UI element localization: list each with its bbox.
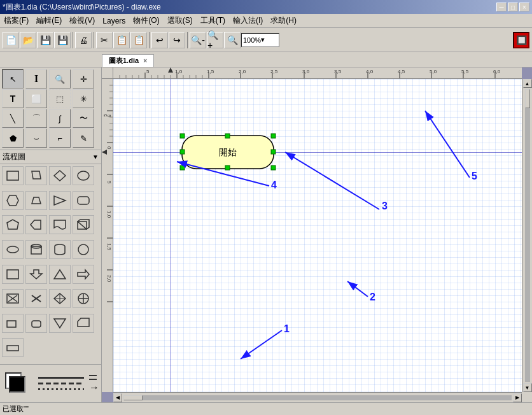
- svg-marker-33: [54, 319, 66, 328]
- line-end-double[interactable]: →: [89, 383, 99, 393]
- scroll-left-button[interactable]: ◀: [113, 393, 122, 402]
- scroll-track-h[interactable]: [123, 395, 512, 400]
- tab-diagram[interactable]: 圖表1.dia ×: [102, 54, 154, 67]
- scroll-down-button[interactable]: ▼: [523, 383, 532, 392]
- tb-zoom-fit[interactable]: 🔍: [224, 32, 241, 48]
- tb-print[interactable]: 🖨: [75, 32, 92, 48]
- tb-cut[interactable]: ✂: [96, 32, 113, 48]
- line-style-dashed[interactable]: [38, 383, 84, 384]
- tb-copy[interactable]: 📋: [113, 32, 130, 48]
- shape-chevron-l[interactable]: [25, 215, 47, 234]
- tb-undo[interactable]: ↩: [151, 32, 168, 48]
- tool-curve[interactable]: ⌣: [25, 129, 47, 148]
- svg-rect-0: [7, 171, 18, 180]
- shape-pentagon[interactable]: [2, 215, 24, 234]
- shape-xmark[interactable]: [25, 289, 47, 308]
- line-color[interactable]: [9, 376, 25, 393]
- tool-corner[interactable]: ⌐: [49, 129, 71, 148]
- shape-triangle-r[interactable]: [49, 191, 71, 210]
- shape-circle-plus[interactable]: [73, 289, 94, 308]
- shape-box-3d[interactable]: [73, 215, 94, 234]
- shape-xsquare[interactable]: [2, 289, 24, 308]
- line-end-none[interactable]: [89, 375, 97, 376]
- svg-text:1,0: 1,0: [175, 69, 183, 74]
- tb-redo[interactable]: ↪: [169, 32, 185, 48]
- line-style-solid[interactable]: [38, 377, 84, 379]
- tool-text-cursor[interactable]: I: [25, 69, 47, 88]
- shape-trapezoid[interactable]: [25, 191, 47, 210]
- shape-down-arrow[interactable]: [25, 265, 47, 284]
- line-end-arrow[interactable]: [89, 379, 97, 380]
- tool-star[interactable]: ✳: [73, 89, 94, 108]
- shape-hexagon[interactable]: [2, 191, 24, 210]
- scrollbar-horizontal[interactable]: ◀ ▶: [113, 392, 522, 402]
- shape-tab[interactable]: [73, 314, 94, 333]
- tool-zoom[interactable]: 🔍: [49, 69, 71, 88]
- tool-dashed-rect[interactable]: ⬚: [49, 89, 71, 108]
- menu-item-2[interactable]: 檢視(V): [66, 14, 99, 27]
- tool-bezier[interactable]: ∫: [49, 109, 71, 128]
- shape-cylinder[interactable]: [25, 240, 47, 259]
- maximize-button[interactable]: □: [508, 3, 518, 11]
- shape-diamond-arrows[interactable]: [49, 289, 71, 308]
- shape-can[interactable]: [49, 240, 71, 259]
- shape-rect[interactable]: [2, 166, 24, 185]
- canvas[interactable]: 開始 1 2 3: [113, 79, 522, 392]
- shape-down-tri[interactable]: [49, 314, 71, 333]
- tool-edit-path[interactable]: ✎: [73, 129, 94, 148]
- shape-rounded-rect[interactable]: [73, 191, 94, 210]
- menu-item-3[interactable]: Layers: [99, 15, 129, 27]
- tb-paste[interactable]: 📋: [130, 32, 147, 48]
- shape-container[interactable]: 開始: [177, 133, 279, 171]
- scroll-track-v[interactable]: [525, 89, 530, 382]
- scrollbar-corner: [522, 392, 532, 402]
- shape-circle[interactable]: [73, 240, 94, 259]
- tb-save[interactable]: 💾: [37, 32, 53, 48]
- tb-zoom-in[interactable]: 🔍+: [207, 32, 223, 48]
- tool-freehand[interactable]: 〜: [73, 109, 94, 128]
- shape-extra[interactable]: [2, 338, 24, 357]
- close-button[interactable]: ×: [519, 3, 529, 11]
- tb-new[interactable]: 📄: [3, 32, 19, 48]
- menu-item-6[interactable]: 工具(T): [197, 14, 229, 27]
- tab-close-icon[interactable]: ×: [143, 57, 147, 64]
- tool-text[interactable]: T: [2, 89, 24, 108]
- tb-extra[interactable]: 🔲: [513, 32, 529, 48]
- shape-ellipse[interactable]: [73, 166, 94, 185]
- menu-item-1[interactable]: 編輯(E): [32, 14, 66, 27]
- svg-text:6,0: 6,0: [493, 69, 501, 74]
- shape-triangle-up[interactable]: [49, 265, 71, 284]
- menu-item-0[interactable]: 檔案(F): [0, 14, 32, 27]
- shape-small-rect[interactable]: [2, 314, 24, 333]
- tb-zoom-out[interactable]: 🔍-: [190, 32, 206, 48]
- tool-arc[interactable]: ⌒: [25, 109, 47, 128]
- menu-item-7[interactable]: 輸入法(I): [229, 14, 267, 27]
- tool-line[interactable]: ╲: [2, 109, 24, 128]
- zoom-combo[interactable]: 100%▾: [241, 33, 279, 47]
- tb-saveas[interactable]: 💾: [54, 32, 71, 48]
- shape-rect2[interactable]: [2, 265, 24, 284]
- shape-category-arrow[interactable]: ▼: [92, 153, 99, 160]
- tb-open[interactable]: 📂: [20, 32, 36, 48]
- scrollbar-vertical[interactable]: ▲ ▼: [522, 79, 532, 392]
- line-style-dotted[interactable]: [38, 388, 84, 390]
- shape-diamond[interactable]: [49, 166, 71, 185]
- shape-rounded-small[interactable]: [25, 314, 47, 333]
- menu-item-5[interactable]: 選取(S): [164, 14, 197, 27]
- scroll-up-button[interactable]: ▲: [523, 79, 532, 88]
- shape-doc[interactable]: [49, 215, 71, 234]
- scroll-thumb-h[interactable]: [123, 395, 143, 400]
- tool-rect[interactable]: ⬜: [25, 89, 47, 108]
- shape-category[interactable]: 流程圖 ▼: [0, 150, 101, 164]
- tool-pointer[interactable]: ↖: [2, 69, 24, 88]
- shape-oval[interactable]: [2, 240, 24, 259]
- tool-move[interactable]: ✛: [73, 69, 94, 88]
- tool-poly[interactable]: ⬟: [2, 129, 24, 148]
- shape-arrow-right[interactable]: [73, 265, 94, 284]
- menu-item-4[interactable]: 物件(O): [129, 14, 163, 27]
- menu-item-8[interactable]: 求助(H): [267, 14, 300, 27]
- scroll-right-button[interactable]: ▶: [513, 393, 522, 402]
- scroll-thumb-v[interactable]: [525, 89, 530, 108]
- minimize-button[interactable]: ─: [496, 3, 507, 11]
- shape-parallelogram[interactable]: [25, 166, 47, 185]
